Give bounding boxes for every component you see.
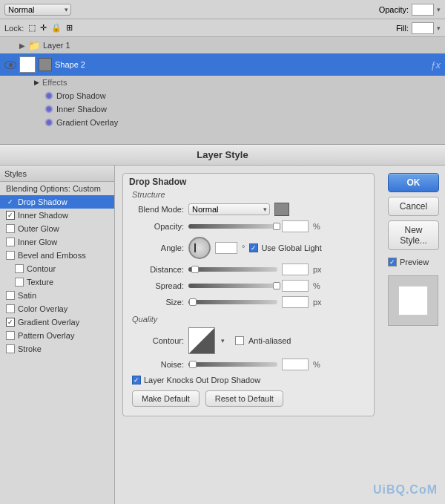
- spread-slider[interactable]: [188, 284, 277, 288]
- spread-value-input[interactable]: 100: [282, 280, 309, 292]
- shape2-eye-icon[interactable]: [4, 61, 16, 69]
- opacity-input[interactable]: 0%: [412, 4, 434, 16]
- blend-mode-wrapper[interactable]: Normal: [4, 4, 71, 16]
- drop-shadow-blend-wrapper[interactable]: Normal: [188, 203, 270, 215]
- effects-arrow-icon[interactable]: ▶: [34, 79, 39, 86]
- spread-unit: %: [313, 281, 324, 290]
- effects-group: ▶ Effects Drop Shadow Inner Shadow Gradi…: [0, 76, 445, 129]
- noise-slider[interactable]: [188, 362, 277, 367]
- reset-default-button[interactable]: Reset to Default: [205, 390, 283, 407]
- style-contour[interactable]: Contour: [0, 262, 114, 275]
- angle-value-input[interactable]: 90: [215, 242, 237, 254]
- texture-checkbox[interactable]: [15, 278, 24, 287]
- degree-symbol: °: [242, 243, 245, 252]
- size-unit: px: [313, 298, 324, 307]
- angle-row: Angle: 90 ° ✓ Use Global Light: [123, 235, 374, 261]
- effect-gradient-overlay-row[interactable]: Gradient Overlay: [30, 116, 445, 129]
- effects-header-row: ▶ Effects: [30, 76, 445, 89]
- anti-alias-checkbox[interactable]: [235, 336, 244, 345]
- shape2-row[interactable]: Shape 2 ƒx: [0, 53, 445, 76]
- lock-position-icon[interactable]: ✛: [40, 23, 47, 33]
- new-style-button[interactable]: New Style...: [388, 220, 439, 250]
- style-gradient-overlay[interactable]: ✓ Gradient Overlay: [0, 315, 114, 329]
- pattern-overlay-checkbox[interactable]: [6, 331, 15, 340]
- lock-all-icon[interactable]: 🔒: [51, 23, 62, 33]
- dialog-titlebar: Layer Style: [0, 145, 445, 166]
- opacity-unit: %: [313, 222, 324, 231]
- effect-inner-shadow-eye[interactable]: [44, 105, 53, 114]
- lock-art-icon[interactable]: ⊞: [66, 23, 73, 33]
- style-pattern-overlay[interactable]: Pattern Overlay: [0, 329, 114, 342]
- contour-arrow[interactable]: ▾: [221, 337, 225, 344]
- anti-alias-label: Anti-aliased: [248, 336, 291, 345]
- style-stroke[interactable]: Stroke: [0, 342, 114, 356]
- global-light-checkbox[interactable]: ✓: [249, 243, 258, 252]
- satin-checkbox[interactable]: [6, 291, 15, 300]
- style-inner-glow[interactable]: Inner Glow: [0, 235, 114, 249]
- opacity-value-input[interactable]: 100: [282, 220, 309, 232]
- distance-row: Distance: 1 px: [123, 261, 374, 278]
- opacity-slider-thumb[interactable]: [273, 223, 280, 230]
- contour-checkbox[interactable]: [15, 264, 24, 273]
- style-color-overlay[interactable]: Color Overlay: [0, 302, 114, 315]
- angle-dial[interactable]: [188, 237, 211, 259]
- drop-shadow-blend-select[interactable]: Normal: [188, 203, 270, 215]
- contour-preview[interactable]: [188, 327, 215, 354]
- effect-gradient-name: Gradient Overlay: [56, 118, 118, 127]
- fill-arrow[interactable]: ▾: [437, 24, 441, 32]
- anti-alias-row: Anti-aliased: [235, 336, 291, 345]
- ok-button[interactable]: OK: [388, 173, 439, 192]
- color-overlay-checkbox[interactable]: [6, 304, 15, 313]
- distance-slider-thumb[interactable]: [191, 266, 199, 273]
- drop-shadow-section-title: Drop Shadow: [123, 174, 374, 189]
- effect-inner-shadow-row[interactable]: Inner Shadow: [30, 102, 445, 116]
- cancel-button[interactable]: Cancel: [388, 197, 439, 216]
- style-outer-glow[interactable]: Outer Glow: [0, 222, 114, 235]
- effect-drop-shadow-eye[interactable]: [44, 91, 53, 100]
- blend-mode-form-label: Blend Mode:: [132, 205, 184, 214]
- stroke-checkbox[interactable]: [6, 344, 15, 353]
- inner-shadow-checkbox[interactable]: ✓: [6, 211, 15, 220]
- layer-knocks-checkbox[interactable]: ✓: [132, 376, 141, 384]
- make-default-button[interactable]: Make Default: [132, 390, 200, 407]
- style-drop-shadow[interactable]: ✓ Drop Shadow: [0, 195, 114, 209]
- style-texture[interactable]: Texture: [0, 275, 114, 289]
- outer-glow-checkbox[interactable]: [6, 224, 15, 233]
- noise-row: Noise: 0 %: [123, 356, 374, 373]
- inner-glow-checkbox[interactable]: [6, 238, 15, 246]
- drop-shadow-checkbox[interactable]: ✓: [6, 197, 15, 206]
- effect-gradient-eye[interactable]: [44, 118, 53, 127]
- styles-panel-header: Styles: [0, 166, 114, 182]
- style-blending-options[interactable]: Blending Options: Custom: [0, 182, 114, 195]
- size-row: Size: 0 px: [123, 294, 374, 310]
- size-slider[interactable]: [188, 300, 277, 304]
- fill-area: Fill: 0% ▾: [396, 22, 441, 34]
- contour-label: Contour: [27, 264, 56, 273]
- style-inner-shadow[interactable]: ✓ Inner Shadow: [0, 209, 114, 222]
- opacity-slider[interactable]: [188, 224, 277, 229]
- layer1-folder-icon: 📁: [28, 40, 40, 51]
- noise-slider-thumb[interactable]: [189, 361, 197, 368]
- distance-value-input[interactable]: 1: [282, 264, 309, 275]
- spread-slider-thumb[interactable]: [273, 282, 280, 289]
- size-slider-thumb[interactable]: [189, 298, 197, 306]
- opacity-arrow[interactable]: ▾: [437, 6, 441, 13]
- shape2-fx-icon[interactable]: ƒx: [430, 59, 441, 71]
- drop-shadow-color-swatch[interactable]: [274, 203, 289, 216]
- lock-pixels-icon[interactable]: ⬚: [28, 23, 36, 33]
- distance-slider[interactable]: [188, 267, 277, 272]
- effect-drop-shadow-row[interactable]: Drop Shadow: [30, 89, 445, 102]
- inner-glow-label: Inner Glow: [18, 238, 57, 246]
- size-value-input[interactable]: 0: [282, 296, 309, 308]
- spread-form-label: Spread:: [132, 281, 184, 290]
- bevel-emboss-checkbox[interactable]: [6, 251, 15, 260]
- bevel-emboss-label: Bevel and Emboss: [18, 251, 86, 260]
- fill-input[interactable]: 0%: [412, 22, 434, 34]
- style-bevel-emboss[interactable]: Bevel and Emboss: [0, 249, 114, 262]
- global-light-check[interactable]: ✓ Use Global Light: [249, 243, 321, 252]
- noise-value-input[interactable]: 0: [282, 359, 309, 370]
- style-satin[interactable]: Satin: [0, 289, 114, 302]
- blend-mode-select[interactable]: Normal: [4, 4, 71, 16]
- preview-checkbox[interactable]: ✓: [388, 258, 397, 266]
- gradient-overlay-checkbox[interactable]: ✓: [6, 318, 15, 327]
